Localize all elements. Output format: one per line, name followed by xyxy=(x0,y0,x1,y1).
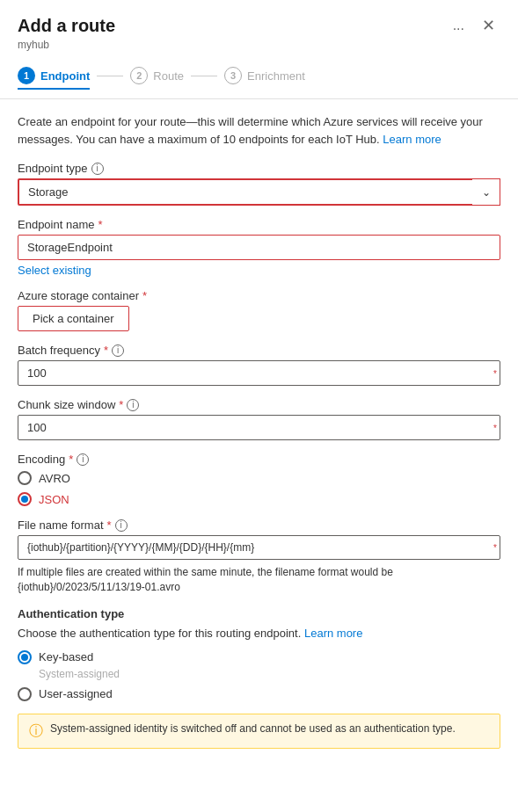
file-name-format-required-indicator: * xyxy=(493,543,497,553)
userassigned-radio-circle xyxy=(18,687,32,701)
file-name-format-group: File name format * i * If multiple files… xyxy=(18,518,500,595)
warning-text: System-assigned identity is switched off… xyxy=(50,721,456,736)
step-divider-2 xyxy=(191,76,217,76)
step-2-circle: 2 xyxy=(130,67,148,84)
auth-key-based-option[interactable]: Key-based xyxy=(18,650,500,664)
filename-hint: If multiple files are created within the… xyxy=(18,565,500,595)
learn-more-link-auth[interactable]: Learn more xyxy=(304,627,362,640)
encoding-label: Encoding * i xyxy=(18,453,500,466)
endpoint-type-info-icon[interactable]: i xyxy=(91,163,104,175)
encoding-group: Encoding * i AVRO JSON xyxy=(18,453,500,506)
endpoint-type-chevron[interactable]: ⌄ xyxy=(472,178,500,206)
warning-banner: ⓘ System-assigned identity is switched o… xyxy=(18,714,500,749)
avro-radio-circle xyxy=(18,471,32,485)
encoding-avro-option[interactable]: AVRO xyxy=(18,471,500,485)
description-text: Create an endpoint for your route—this w… xyxy=(18,113,500,148)
chunk-size-window-required: * xyxy=(119,398,123,411)
step-1-circle: 1 xyxy=(18,67,35,84)
keybased-radio-label: Key-based xyxy=(39,650,93,663)
encoding-radio-group: AVRO JSON xyxy=(18,471,500,506)
endpoint-type-select-wrapper: Storage Event Hubs Service Bus Queue Ser… xyxy=(18,178,500,206)
endpoint-name-label: Endpoint name * xyxy=(18,218,500,231)
file-name-format-required: * xyxy=(107,518,112,532)
endpoint-name-group: Endpoint name * Select existing xyxy=(18,218,500,277)
chunk-size-window-input[interactable] xyxy=(18,415,500,440)
chevron-down-icon: ⌄ xyxy=(482,186,491,199)
step-route[interactable]: 2 Route xyxy=(130,62,184,90)
encoding-info-icon[interactable]: i xyxy=(77,453,89,466)
stepper-nav: 1 Endpoint 2 Route 3 Enrichment xyxy=(18,62,500,90)
keybased-radio-circle xyxy=(18,650,32,664)
file-name-format-info-icon[interactable]: i xyxy=(115,519,128,532)
avro-radio-label: AVRO xyxy=(39,472,70,485)
filename-hint-example: {iothub}/0/2023/5/11/13/19-01.avro xyxy=(18,581,180,593)
panel-body: Create an endpoint for your route—this w… xyxy=(0,99,518,763)
file-name-format-wrapper: * xyxy=(18,535,500,560)
batch-frequency-input[interactable] xyxy=(18,360,500,386)
azure-storage-container-group: Azure storage container * Pick a contain… xyxy=(18,289,500,331)
warning-icon: ⓘ xyxy=(29,722,43,741)
panel-subtitle: myhub xyxy=(18,39,500,51)
select-existing-link[interactable]: Select existing xyxy=(18,264,91,277)
panel-title-actions: ... ✕ xyxy=(448,14,500,37)
batch-frequency-info-icon[interactable]: i xyxy=(112,344,124,357)
authentication-type-group: Authentication type Choose the authentic… xyxy=(18,607,500,701)
chunk-size-window-label: Chunk size window * i xyxy=(18,398,500,411)
step-1-label: Endpoint xyxy=(40,69,90,83)
file-name-format-label: File name format * i xyxy=(18,518,500,532)
auth-radio-group: Key-based System-assigned User-assigned xyxy=(18,650,500,701)
userassigned-radio-label: User-assigned xyxy=(39,687,113,700)
batch-frequency-group: Batch frequency * i * xyxy=(18,344,500,386)
ellipsis-button[interactable]: ... xyxy=(448,16,470,35)
endpoint-name-required: * xyxy=(98,218,102,231)
endpoint-type-select[interactable]: Storage Event Hubs Service Bus Queue Ser… xyxy=(18,178,500,206)
authentication-type-desc: Choose the authentication type for this … xyxy=(18,626,500,642)
endpoint-type-label: Endpoint type i xyxy=(18,162,500,175)
chunk-size-window-required-indicator: * xyxy=(493,423,497,432)
step-divider-1 xyxy=(97,76,123,76)
chunk-size-window-wrapper: * xyxy=(18,415,500,440)
close-button[interactable]: ✕ xyxy=(477,14,500,37)
pick-container-button[interactable]: Pick a container xyxy=(18,306,129,331)
step-2-label: Route xyxy=(153,69,184,83)
auth-user-assigned-option[interactable]: User-assigned xyxy=(18,687,500,701)
step-3-label: Enrichment xyxy=(247,69,305,83)
panel-header: Add a route ... ✕ myhub 1 Endpoint 2 Rou… xyxy=(0,0,518,99)
chunk-size-window-info-icon[interactable]: i xyxy=(127,399,139,411)
panel: Add a route ... ✕ myhub 1 Endpoint 2 Rou… xyxy=(0,0,518,812)
endpoint-type-group: Endpoint type i Storage Event Hubs Servi… xyxy=(18,162,500,206)
authentication-type-title: Authentication type xyxy=(18,607,500,620)
panel-title: Add a route xyxy=(18,16,115,36)
file-name-format-input[interactable] xyxy=(18,535,500,560)
learn-more-link-description[interactable]: Learn more xyxy=(383,133,441,146)
azure-storage-container-required: * xyxy=(142,289,147,302)
endpoint-name-input[interactable] xyxy=(18,235,500,260)
batch-frequency-required-indicator: * xyxy=(493,368,497,378)
auth-sub-label: System-assigned xyxy=(39,668,500,680)
batch-frequency-wrapper: * xyxy=(18,360,500,386)
encoding-json-option[interactable]: JSON xyxy=(18,492,500,506)
json-radio-circle xyxy=(18,492,32,506)
azure-storage-container-label: Azure storage container * xyxy=(18,289,500,302)
step-endpoint[interactable]: 1 Endpoint xyxy=(18,62,90,90)
chunk-size-window-group: Chunk size window * i * xyxy=(18,398,500,440)
batch-frequency-required: * xyxy=(104,344,108,357)
step-3-circle: 3 xyxy=(224,67,242,84)
json-radio-label: JSON xyxy=(39,493,69,506)
encoding-required: * xyxy=(69,453,73,466)
batch-frequency-label: Batch frequency * i xyxy=(18,344,500,357)
step-enrichment[interactable]: 3 Enrichment xyxy=(224,62,305,90)
